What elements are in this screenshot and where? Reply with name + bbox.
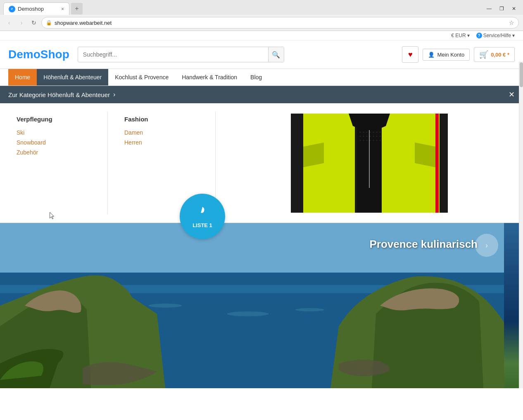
shop-topbar: € EUR ▾ ? Service/Hilfe ▾ [0, 31, 523, 40]
link-zubehoer[interactable]: Zubehör [17, 149, 38, 156]
back-button[interactable]: ‹ [4, 18, 14, 28]
link-damen[interactable]: Damen [124, 129, 143, 136]
liste1-label: LISTE 1 [193, 222, 212, 228]
svg-point-24 [360, 131, 361, 133]
service-label: Service/Hilfe [483, 33, 511, 38]
link-herren[interactable]: Herren [124, 139, 142, 146]
browser-tab[interactable]: Demoshop × [3, 2, 69, 15]
nav-link-blog[interactable]: Blog [244, 69, 269, 85]
svg-point-43 [376, 140, 378, 141]
svg-point-37 [380, 135, 381, 137]
shop-header: DemoShop 🔍 ♥ 👤 Mein Konto 🛒 0,00 € * [0, 40, 523, 69]
account-label: Mein Konto [437, 52, 464, 58]
svg-point-38 [360, 140, 361, 141]
service-arrow: ▾ [512, 33, 515, 38]
megamenu-product-image [216, 103, 523, 223]
col2-item-herren[interactable]: Herren [124, 139, 199, 146]
address-bar[interactable]: 🔒 shopware.webarbeit.net ☆ [41, 17, 519, 28]
tab-title: Demoshop [18, 6, 44, 12]
search-icon: 🔍 [272, 51, 280, 59]
nav-link-handwerk[interactable]: Handwerk & Tradition [175, 69, 244, 85]
svg-point-31 [360, 135, 361, 137]
nav-item-blog[interactable]: Blog [244, 69, 269, 85]
currency-arrow: ▾ [467, 33, 470, 38]
svg-point-32 [363, 135, 364, 137]
lock-icon: 🔒 [46, 20, 52, 26]
jacket-image [291, 114, 448, 213]
col2-list: Damen Herren [124, 129, 199, 146]
link-snowboard[interactable]: Snowboard [17, 139, 46, 146]
chevron-right-icon: › [113, 91, 115, 98]
svg-point-36 [376, 135, 378, 137]
close-button[interactable]: ✕ [508, 3, 520, 14]
svg-point-52 [227, 311, 269, 316]
svg-point-53 [295, 308, 324, 311]
hero-overlay-text: Provence kulinarisch [369, 238, 478, 251]
svg-point-29 [376, 131, 378, 133]
svg-point-42 [373, 140, 374, 141]
megamenu-banner-text: Zur Kategorie Höhenluft & Abenteuer [8, 91, 110, 98]
cart-icon: 🛒 [479, 50, 488, 59]
link-ski[interactable]: Ski [17, 129, 24, 136]
forward-button[interactable]: › [17, 18, 26, 28]
service-icon: ? [476, 33, 482, 38]
bookmark-icon: ☆ [509, 19, 514, 26]
svg-rect-46 [435, 114, 439, 213]
tab-close-button[interactable]: × [61, 6, 64, 12]
svg-point-26 [366, 131, 368, 133]
nav-link-hoehenluft[interactable]: Höhenluft & Abenteuer [37, 69, 108, 85]
minimize-button[interactable]: — [483, 3, 495, 14]
currency-selector[interactable]: € EUR ▾ [451, 33, 469, 38]
svg-point-39 [363, 140, 364, 141]
wishlist-button[interactable]: ♥ [402, 46, 418, 63]
search-button[interactable]: 🔍 [268, 47, 284, 62]
svg-point-35 [373, 135, 374, 137]
nav-item-handwerk[interactable]: Handwerk & Tradition [175, 69, 244, 85]
url-text: shopware.webarbeit.net [55, 20, 506, 26]
nav-link-kochlust[interactable]: Kochlust & Provence [108, 69, 175, 85]
currency-label: € EUR [451, 33, 466, 38]
megamenu-dropdown: Verpflegung Ski Snowboard Zubehör F [0, 103, 523, 223]
cart-price: 0,00 € * [491, 52, 509, 58]
megamenu-banner[interactable]: Zur Kategorie Höhenluft & Abenteuer › ✕ [0, 86, 523, 103]
scrollbar-thumb[interactable] [520, 62, 523, 87]
logo-shop: Shop [40, 48, 69, 61]
nav-link-home[interactable]: Home [8, 69, 37, 85]
new-tab-button[interactable]: + [71, 3, 83, 14]
nav-item-home[interactable]: Home [8, 69, 37, 85]
col1-item-zubehoer[interactable]: Zubehör [17, 149, 91, 156]
col2-heading: Fashion [124, 116, 199, 123]
hero-section: Provence kulinarisch › [0, 223, 523, 388]
account-button[interactable]: 👤 Mein Konto [423, 49, 470, 61]
heart-icon: ♥ [408, 50, 413, 59]
shop-logo[interactable]: DemoShop [8, 48, 69, 61]
megamenu-close-button[interactable]: ✕ [509, 90, 515, 99]
col1-heading: Verpflegung [17, 116, 91, 123]
liste1-logo-icon [196, 204, 209, 221]
hero-circle-button[interactable]: › [475, 234, 498, 257]
refresh-button[interactable]: ↻ [29, 18, 39, 28]
svg-point-44 [380, 140, 381, 141]
logo-demo: Demo [8, 48, 40, 61]
liste1-button[interactable]: LISTE 1 [180, 194, 225, 239]
col1-item-snowboard[interactable]: Snowboard [17, 139, 91, 146]
col1-item-ski[interactable]: Ski [17, 129, 91, 136]
account-icon: 👤 [428, 52, 435, 58]
main-navigation: Home Höhenluft & Abenteuer Kochlust & Pr… [0, 69, 523, 86]
nav-item-kochlust[interactable]: Kochlust & Provence [108, 69, 175, 85]
cart-button[interactable]: 🛒 0,00 € * [474, 47, 515, 62]
restore-button[interactable]: ❐ [496, 3, 507, 14]
search-form[interactable]: 🔍 [78, 47, 284, 62]
tab-favicon [9, 6, 15, 12]
nav-item-hoehenluft[interactable]: Höhenluft & Abenteuer [37, 69, 108, 85]
scrollbar[interactable] [519, 62, 523, 388]
col2-item-damen[interactable]: Damen [124, 129, 199, 136]
search-input[interactable] [78, 51, 268, 58]
header-actions: ♥ 👤 Mein Konto 🛒 0,00 € * [402, 46, 515, 63]
svg-point-30 [380, 131, 381, 133]
svg-point-28 [373, 131, 374, 133]
svg-point-51 [149, 304, 182, 308]
megamenu-col-verpflegung: Verpflegung Ski Snowboard Zubehör [0, 103, 107, 223]
service-menu[interactable]: ? Service/Hilfe ▾ [476, 33, 515, 38]
col1-list: Ski Snowboard Zubehör [17, 129, 91, 156]
